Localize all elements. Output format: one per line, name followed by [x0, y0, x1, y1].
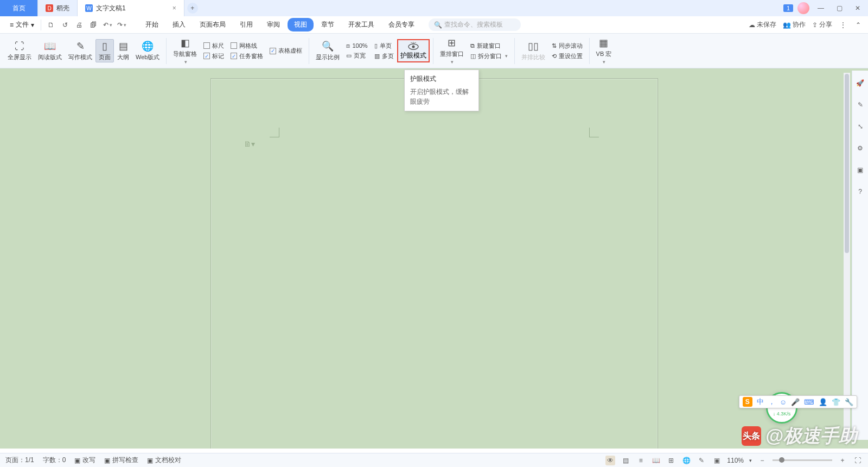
taskpane-checkbox[interactable]: 任务窗格: [231, 52, 263, 60]
eye-protection-button[interactable]: 护眼模式: [397, 39, 430, 62]
proofread-button[interactable]: ▣文档校对: [147, 456, 181, 465]
maximize-button[interactable]: ▢: [832, 1, 846, 15]
new-window-button[interactable]: ⧉新建窗口: [470, 42, 508, 50]
tab-review[interactable]: 审阅: [260, 18, 286, 31]
undo-history-icon[interactable]: ↺: [61, 21, 69, 29]
sync-icon: ⇅: [552, 42, 557, 49]
ribbon-tabs: 开始 插入 页面布局 引用 审阅 视图 章节 开发工具 会员专享: [139, 18, 421, 31]
unsaved-indicator[interactable]: ☁未保存: [749, 20, 776, 29]
tab-start[interactable]: 开始: [139, 18, 165, 31]
zoom-in-button[interactable]: +: [838, 456, 847, 465]
close-icon[interactable]: ×: [173, 4, 176, 12]
page-count[interactable]: 页面：1/1: [5, 456, 34, 465]
save-icon[interactable]: 🗋: [47, 21, 55, 29]
close-button[interactable]: ✕: [851, 1, 865, 15]
print-icon[interactable]: 🖨: [75, 21, 84, 29]
tab-document[interactable]: W 文字文稿1 ×: [78, 0, 184, 16]
zoom-scale-button[interactable]: 🔍显示比例: [312, 40, 343, 61]
fullscreen-status-icon[interactable]: ⛶: [853, 456, 863, 465]
tooltip-title: 护眼模式: [410, 74, 473, 84]
spellcheck-button[interactable]: ▣拼写检查: [104, 456, 138, 465]
redo-button[interactable]: ↷: [117, 21, 126, 29]
eye-mode-status-icon[interactable]: 👁: [605, 456, 615, 465]
tab-devtools[interactable]: 开发工具: [342, 18, 381, 31]
multi-page-button[interactable]: ▥多页: [374, 52, 394, 60]
macro-icon: ▦: [598, 37, 610, 49]
page-layout-button[interactable]: ▯页面: [95, 39, 114, 62]
vb-macro-button[interactable]: ▦VB 宏: [593, 37, 615, 65]
document-page[interactable]: 🗎▾: [210, 78, 658, 449]
avatar[interactable]: [797, 2, 809, 14]
pencil-icon[interactable]: ✎: [856, 100, 865, 110]
ime-tool-icon[interactable]: 🔧: [845, 398, 853, 406]
tab-home[interactable]: 首页: [0, 0, 38, 16]
statusbar: 页面：1/1 字数：0 ▣改写 ▣拼写检查 ▣文档校对 👁 ▤ ≡ 📖 ⊞ 🌐 …: [0, 453, 868, 467]
ime-punct-icon[interactable]: ，: [768, 397, 775, 407]
more-icon[interactable]: ⋮: [839, 21, 847, 29]
word-count[interactable]: 字数：0: [43, 456, 66, 465]
box-icon[interactable]: ▣: [856, 165, 865, 175]
rocket-icon[interactable]: 🚀: [856, 78, 865, 88]
ime-skin-icon[interactable]: 👕: [832, 398, 840, 406]
view-page-icon[interactable]: ▤: [621, 456, 630, 465]
watermark-logo: 头条: [742, 426, 761, 446]
ime-lang[interactable]: 中: [757, 397, 764, 407]
zoom-slider[interactable]: [773, 459, 832, 461]
tab-insert[interactable]: 插入: [166, 18, 192, 31]
print-preview-icon[interactable]: 🗐: [89, 21, 98, 29]
titlebar: 首页 D 稻壳 W 文字文稿1 × + 1 — ▢ ✕: [0, 0, 868, 16]
tab-chapter[interactable]: 章节: [315, 18, 341, 31]
search-input[interactable]: 🔍 查找命令、搜索模板: [429, 18, 521, 31]
new-tab-button[interactable]: +: [187, 3, 198, 14]
sogou-icon[interactable]: S: [743, 397, 752, 407]
gridlines-checkbox[interactable]: 网格线: [231, 42, 263, 50]
rewrite-button[interactable]: ▣改写: [74, 456, 95, 465]
help-icon[interactable]: ?: [856, 187, 865, 197]
zoom-out-button[interactable]: −: [757, 456, 767, 465]
table-gridlines-checkbox[interactable]: 表格虚框: [270, 47, 302, 55]
fit-icon[interactable]: ▣: [712, 456, 722, 465]
web-layout-button[interactable]: 🌐Web版式: [132, 40, 163, 61]
undo-button[interactable]: ↶: [103, 21, 112, 29]
width-icon: ▭: [346, 52, 352, 59]
share-button[interactable]: ⇪分享: [812, 20, 832, 29]
file-menu[interactable]: ≡ 文件 ▾: [5, 19, 39, 30]
vertical-scrollbar[interactable]: [844, 73, 850, 440]
split-window-button[interactable]: ◫拆分窗口: [470, 52, 508, 60]
ime-mic-icon[interactable]: 🎤: [791, 398, 800, 406]
page-mark-icon: 🗎▾: [244, 140, 255, 148]
ruler-checkbox[interactable]: 标尺: [203, 42, 224, 50]
notification-badge[interactable]: 1: [783, 4, 793, 12]
settings-icon[interactable]: ⚙: [856, 143, 865, 153]
view-outline-icon[interactable]: ≡: [636, 456, 646, 465]
ime-bar[interactable]: S 中 ， ☺ 🎤 ⌨ 👤 👕 🔧: [739, 395, 857, 408]
cursor-icon[interactable]: ⤡: [856, 122, 865, 131]
collab-button[interactable]: 👥协作: [783, 20, 806, 29]
fullscreen-button[interactable]: ⛶全屏显示: [4, 40, 35, 61]
page-width-button[interactable]: ▭页宽: [346, 52, 367, 60]
zoom-100-button[interactable]: ⧈100%: [346, 42, 367, 49]
nav-pane-button[interactable]: ◧导航窗格: [170, 37, 200, 65]
view-reading-icon[interactable]: 📖: [651, 456, 661, 465]
minimize-button[interactable]: —: [814, 1, 828, 15]
tab-docer[interactable]: D 稻壳: [38, 0, 78, 16]
tab-reference[interactable]: 引用: [233, 18, 259, 31]
scrollbar-thumb[interactable]: [845, 74, 849, 253]
view-globe-icon[interactable]: 🌐: [681, 456, 691, 465]
ime-keyboard-icon[interactable]: ⌨: [804, 398, 814, 406]
view-pen-icon[interactable]: ✎: [697, 456, 706, 465]
tab-layout[interactable]: 页面布局: [193, 18, 232, 31]
tab-vip[interactable]: 会员专享: [382, 18, 421, 31]
writing-mode-button[interactable]: ✎写作模式: [65, 40, 95, 61]
reading-layout-button[interactable]: 📖阅读版式: [35, 40, 65, 61]
view-web-icon[interactable]: ⊞: [666, 456, 676, 465]
tab-view[interactable]: 视图: [288, 18, 314, 31]
outline-button[interactable]: ▤大纲: [114, 40, 132, 61]
collapse-ribbon-icon[interactable]: ⌃: [854, 21, 863, 29]
single-page-button[interactable]: ▯单页: [374, 42, 394, 50]
zoom-value[interactable]: 110%: [727, 457, 744, 464]
markup-checkbox[interactable]: 标记: [203, 52, 224, 60]
arrange-windows-button[interactable]: ⊞重排窗口: [437, 37, 467, 65]
ime-user-icon[interactable]: 👤: [819, 398, 827, 406]
ime-smile-icon[interactable]: ☺: [780, 398, 787, 406]
